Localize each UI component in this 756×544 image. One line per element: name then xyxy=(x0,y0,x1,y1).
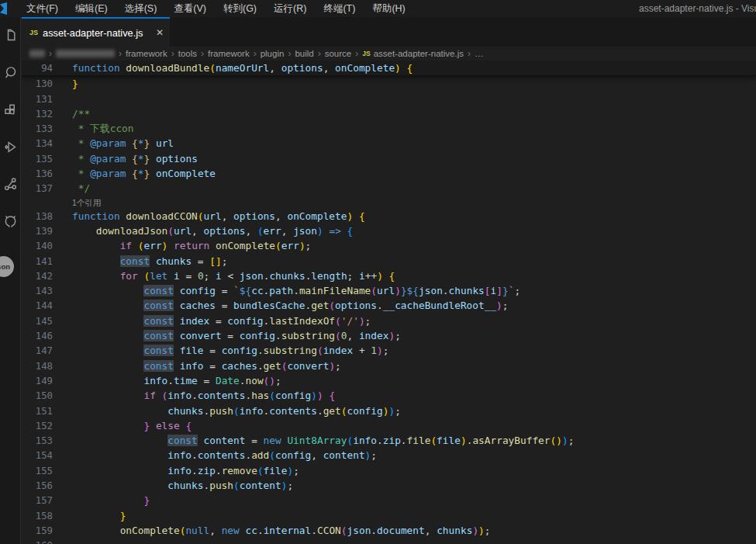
code-token: { xyxy=(329,390,335,401)
code-token: . xyxy=(443,285,449,296)
menu-help[interactable]: 帮助(H) xyxy=(364,1,413,17)
code-line: 137 */ xyxy=(22,181,756,196)
code-token: ; xyxy=(204,270,216,282)
files-icon[interactable] xyxy=(2,26,19,43)
code-token: * 下载ccon xyxy=(72,123,134,134)
menu-view[interactable]: 查看(V) xyxy=(165,1,215,17)
code-token: contents xyxy=(269,405,317,417)
code-token: => xyxy=(329,225,340,237)
code-token: const xyxy=(143,315,174,327)
code-token: info xyxy=(180,360,204,372)
menu-go[interactable]: 转到(G) xyxy=(215,1,265,17)
line-number: 160 xyxy=(22,539,53,544)
code-token: info xyxy=(167,449,192,461)
window-title: asset-adapter-native.js - Visual Studio … xyxy=(639,0,756,17)
code-token: length xyxy=(311,270,347,282)
codelens-references[interactable]: 1个引用 xyxy=(22,196,756,209)
code-token: . xyxy=(371,525,377,536)
code-token: ; xyxy=(222,255,228,267)
code-token: ( xyxy=(335,315,341,327)
code-editor[interactable]: 94function downloadBundle(nameOrUrl, opt… xyxy=(22,61,756,544)
code-token: chunks xyxy=(269,270,305,282)
code-token: add xyxy=(251,449,269,461)
code-token: . xyxy=(192,390,198,401)
json-badge[interactable]: son xyxy=(0,256,14,277)
code-token: . xyxy=(257,525,264,536)
menu-edit[interactable]: 编辑(E) xyxy=(67,1,116,17)
code-token: ; xyxy=(514,285,520,296)
code-token: for xyxy=(120,270,138,282)
code-token: file xyxy=(437,435,461,446)
code-token: } xyxy=(143,420,150,431)
code-token: file xyxy=(264,465,288,476)
code-token: get xyxy=(264,360,281,372)
breadcrumb-separator: › xyxy=(318,48,321,59)
code-token: , xyxy=(269,62,281,74)
breadcrumb-item[interactable]: framework xyxy=(208,49,250,58)
code-token: ( xyxy=(257,465,264,476)
code-line: 142for (let i = 0; i < json.chunks.lengt… xyxy=(22,269,756,283)
code-token xyxy=(383,270,389,282)
code-token: zip xyxy=(383,435,401,446)
tab-strip: JS asset-adapter-native.js ✕ xyxy=(22,17,756,47)
line-number: 142 xyxy=(22,269,53,284)
code-token: config xyxy=(347,405,383,417)
code-token: content xyxy=(240,480,281,491)
code-token: < xyxy=(222,270,240,282)
breadcrumb-trailing[interactable]: … xyxy=(475,49,484,58)
tab-close-icon[interactable]: ✕ xyxy=(156,27,164,38)
code-token: downloadJson xyxy=(96,225,167,237)
breadcrumb-item[interactable]: build xyxy=(295,49,313,58)
code-token: i xyxy=(216,270,222,282)
code-token: info xyxy=(353,435,377,446)
menu-bar: 文件(F) 编辑(E) 选择(S) 查看(V) 转到(G) 运行(R) 终端(T… xyxy=(18,1,414,17)
code-token: json xyxy=(293,225,317,237)
code-token: mainFileName xyxy=(299,285,371,296)
code-token: { xyxy=(407,62,413,74)
code-token: } xyxy=(502,285,509,296)
code-token: chunks xyxy=(167,480,203,491)
code-token: url xyxy=(174,225,192,237)
github-icon[interactable] xyxy=(2,213,19,230)
code-token xyxy=(150,255,156,267)
code-token: time xyxy=(174,375,198,386)
share-graph-icon[interactable] xyxy=(2,175,19,192)
code-token: info xyxy=(167,465,192,476)
code-token: @param xyxy=(90,168,126,179)
code-token: config xyxy=(180,285,216,296)
code-token: index xyxy=(359,330,389,341)
code-token: options xyxy=(156,153,198,165)
code-token: file xyxy=(180,345,204,356)
extensions-icon[interactable] xyxy=(2,101,19,118)
code-token: = xyxy=(245,435,263,446)
code-line: 156chunks.push(content); xyxy=(22,478,756,493)
search-icon[interactable] xyxy=(2,64,19,81)
code-line: 153const content = new Uint8Array(info.z… xyxy=(22,433,756,448)
line-number: 132 xyxy=(22,107,53,122)
menu-selection[interactable]: 选择(S) xyxy=(116,1,166,17)
run-debug-icon[interactable] xyxy=(2,138,19,155)
code-token xyxy=(126,153,132,165)
code-token: caches xyxy=(222,360,257,372)
sticky-scroll-line[interactable]: 94function downloadBundle(nameOrUrl, opt… xyxy=(22,61,756,76)
code-token: url xyxy=(156,137,174,149)
code-token: @param xyxy=(90,153,126,165)
tab-asset-adapter-native[interactable]: JS asset-adapter-native.js ✕ xyxy=(22,17,170,47)
breadcrumb-file[interactable]: asset-adapter-native.js xyxy=(374,49,464,58)
menu-terminal[interactable]: 终端(T) xyxy=(315,1,364,17)
code-token: { xyxy=(185,420,192,431)
breadcrumb-item[interactable]: framework xyxy=(126,49,167,58)
breadcrumb-item[interactable]: plugin xyxy=(261,49,285,58)
breadcrumb-item[interactable]: tools xyxy=(178,49,197,58)
code-token: = xyxy=(198,375,216,386)
code-token: ) xyxy=(395,285,401,296)
code-token: = xyxy=(222,330,240,341)
code-token: ; xyxy=(306,240,312,251)
code-token: options xyxy=(204,225,246,237)
menu-run[interactable]: 运行(R) xyxy=(265,1,315,17)
menu-file[interactable]: 文件(F) xyxy=(18,1,67,17)
code-token: ( xyxy=(341,405,347,417)
code-token: const xyxy=(143,345,174,356)
breadcrumb-item[interactable]: source xyxy=(325,49,352,58)
code-token: onComplete xyxy=(335,62,395,74)
